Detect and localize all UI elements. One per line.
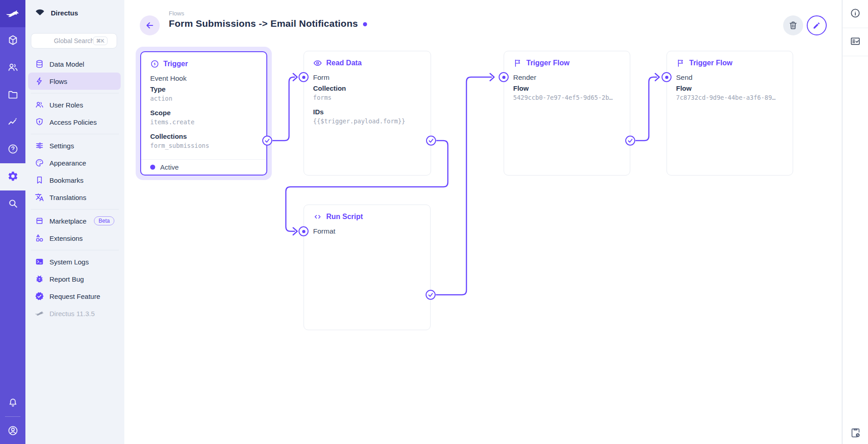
global-search-box: ⌘K [31,33,117,49]
pencil-icon [812,20,822,30]
panel-header: Trigger [150,59,257,69]
module-content[interactable] [0,27,25,54]
module-bar [0,0,25,444]
module-account[interactable] [0,417,25,444]
sidebar-item-data-model[interactable]: Data Model [28,55,121,73]
connector-output-run-script[interactable] [426,290,436,300]
version-row: Directus 11.3.5 [28,305,121,322]
sidebar-item-access-policies[interactable]: Access Policies [28,113,121,131]
back-button[interactable] [140,15,160,35]
shield-icon [35,117,44,127]
module-insights[interactable] [0,109,25,136]
field-value: 5429ccb0-7e97-4ef5-9d65-2b… [513,93,621,102]
sidebar-item-label: Request Feature [49,293,100,300]
field-label: Flow [676,84,784,93]
operation-name: Render [513,73,621,82]
project-name: Directus [51,9,78,17]
breadcrumb[interactable]: Flows [169,10,184,17]
sidebar-item-appearance[interactable]: Appearance [28,154,121,171]
terminal-icon [35,257,44,266]
info-button[interactable] [843,0,868,28]
bug-icon [35,274,44,283]
operation-name: Send [676,73,784,82]
sidebar-item-user-roles[interactable]: User Roles [28,96,121,113]
sidebar-item-label: Data Model [49,60,84,68]
sidebar-item-system-logs[interactable]: System Logs [28,253,121,270]
flow-panel-trigger-flow-render[interactable]: Trigger Flow Render Flow5429ccb0-7e97-4e… [504,51,630,176]
panel-header: Trigger Flow [513,58,621,68]
module-settings[interactable] [0,163,25,190]
connection-trigger-to-read-data [273,77,295,141]
field-value: form_submissions [150,141,257,151]
sidebar-divider [25,247,124,253]
field-label: IDs [313,107,422,117]
module-bar-bottom [0,389,25,444]
field-value: action [150,94,257,103]
connector-input-read-data[interactable] [299,72,309,82]
rabbit-icon [6,8,20,19]
sidebar-item-flows[interactable]: Flows [28,73,121,90]
sidebar-divider [25,206,124,212]
status-label: Active [160,163,179,171]
edit-flow-button[interactable] [807,15,827,35]
info-icon [850,8,861,20]
pending-actions-button[interactable] [843,427,868,439]
connector-output-trigger[interactable] [262,136,272,146]
connector-output-read-data[interactable] [426,136,436,146]
sidebar-item-report-bug[interactable]: Report Bug [28,270,121,288]
sidebar-item-label: Report Bug [49,275,84,283]
flow-panel-run-script[interactable]: Run Script Format [304,205,431,330]
module-search[interactable] [0,190,25,218]
panel-title: Run Script [326,213,363,221]
search-icon [7,198,19,211]
shapes-icon [35,234,44,243]
connector-output-trigger-flow-render[interactable] [625,136,635,146]
delete-flow-button[interactable] [783,15,803,35]
fact_check-icon [850,36,861,49]
sidebar-item-marketplace[interactable]: MarketplaceBeta [28,212,121,229]
header-actions [783,15,827,35]
connection-render-to-trigger-flow-send [636,77,657,141]
database-icon [35,59,44,68]
field-value: forms [313,93,422,102]
flow-panel-trigger-flow-send[interactable]: Trigger Flow Send Flow7c8732cd-9d9e-44be… [667,51,793,176]
connector-dot [302,230,305,233]
field-value: 7c8732cd-9d9e-44be-a3f6-89… [676,93,784,102]
page-title: Form Submissions -> Email Notifications [169,18,358,29]
insights-icon [7,116,19,129]
sidebar-item-bookmarks[interactable]: Bookmarks [28,171,121,189]
bolt-icon [35,77,44,86]
sidebar-item-settings[interactable]: Settings [28,137,121,154]
project-header[interactable]: Directus [25,0,124,25]
flow-panel-read-data[interactable]: Read Data Form Collectionforms IDs{{$tri… [304,51,431,176]
operation-name: Form [313,73,422,82]
connector-dot [502,76,505,79]
sidebar-item-extensions[interactable]: Extensions [28,229,121,247]
connector-input-trigger-flow-send[interactable] [662,72,672,82]
beta-badge: Beta [94,216,114,225]
operation-name: Format [313,227,421,236]
sidebar-item-label: Extensions [49,234,83,242]
module-notifications[interactable] [0,389,25,416]
module-users[interactable] [0,54,25,82]
flow-canvas[interactable]: Trigger Event Hook Typeaction Scopeitems… [124,0,842,444]
connector-input-run-script[interactable] [299,226,309,236]
field-label: Collection [313,84,422,93]
verified-icon [35,292,44,301]
flag-icon [676,59,685,68]
sidebar-item-request-feature[interactable]: Request Feature [28,288,121,305]
sidebar-item-label: Access Policies [49,118,97,126]
flow-panel-trigger[interactable]: Trigger Event Hook Typeaction Scopeitems… [140,51,267,176]
fact-check-button[interactable] [843,28,868,56]
module-help[interactable] [0,136,25,163]
field-value: items.create [150,117,257,127]
directus-logo[interactable] [0,0,25,27]
field-label: Collections [150,132,257,141]
connector-input-trigger-flow-render[interactable] [499,72,509,82]
clipboard-clock-icon [850,427,861,439]
bolt-circle-icon [150,59,159,68]
module-files[interactable] [0,82,25,109]
sidebar-item-label: Flows [49,78,67,85]
sidebar-item-translations[interactable]: Translations [28,189,121,206]
right-sidebar [842,0,868,444]
